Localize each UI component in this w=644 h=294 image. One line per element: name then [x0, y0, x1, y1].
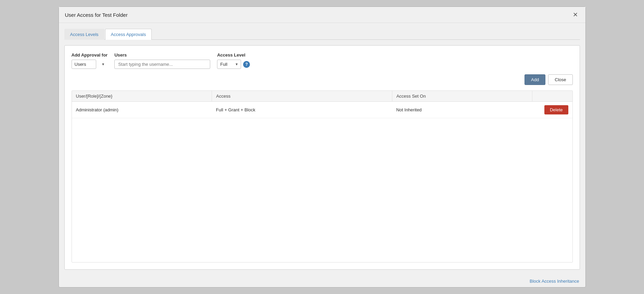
tabs-bar: Access Levels Access Approvals — [64, 28, 580, 40]
user-access-dialog: User Access for Test Folder ✕ Access Lev… — [59, 7, 586, 287]
username-input[interactable] — [114, 60, 210, 69]
delete-button[interactable]: Delete — [544, 105, 568, 114]
cell-set-on: Not Inherited — [392, 102, 532, 118]
tab-access-approvals[interactable]: Access Approvals — [105, 29, 152, 40]
col-header-set-on: Access Set On — [392, 91, 532, 102]
access-level-row: Full Read Write Deny ▼ ? — [217, 60, 250, 69]
close-button[interactable]: Close — [548, 74, 572, 85]
tab-access-levels[interactable]: Access Levels — [64, 29, 104, 40]
col-header-actions — [532, 91, 572, 102]
access-level-label: Access Level — [217, 52, 250, 58]
col-header-user: User/[Role]/{Zone} — [72, 91, 212, 102]
cell-actions: Delete — [532, 102, 572, 118]
table-row: Administrator (admin) Full + Grant + Blo… — [72, 102, 572, 118]
form-row: Add Approval for Users Role Zone ▼ Users — [72, 52, 573, 69]
help-icon[interactable]: ? — [243, 61, 250, 68]
table-header-row: User/[Role]/{Zone} Access Access Set On — [72, 91, 572, 102]
dialog-title: User Access for Test Folder — [65, 12, 128, 18]
access-table-wrapper: User/[Role]/{Zone} Access Access Set On … — [72, 90, 573, 262]
cell-user: Administrator (admin) — [72, 102, 212, 118]
access-level-select[interactable]: Full Read Write Deny — [217, 60, 241, 69]
dialog-body: Access Levels Access Approvals Add Appro… — [59, 23, 585, 275]
add-button[interactable]: Add — [525, 74, 545, 85]
users-label: Users — [114, 52, 210, 58]
users-input-group: Users — [114, 52, 210, 69]
access-level-select-wrapper: Full Read Write Deny ▼ — [217, 60, 241, 69]
access-table: User/[Role]/{Zone} Access Access Set On … — [72, 91, 572, 118]
approval-type-select-wrapper: Users Role Zone ▼ — [72, 60, 108, 69]
approval-type-group: Add Approval for Users Role Zone ▼ — [72, 52, 108, 69]
button-row: Add Close — [72, 74, 573, 85]
dialog-title-bar: User Access for Test Folder ✕ — [59, 7, 585, 23]
approval-type-select[interactable]: Users Role Zone — [72, 60, 96, 69]
col-header-access: Access — [212, 91, 392, 102]
dialog-footer: Block Access Inheritance — [59, 275, 585, 287]
dialog-close-button[interactable]: ✕ — [571, 12, 579, 18]
cell-access: Full + Grant + Block — [212, 102, 392, 118]
access-level-group: Access Level Full Read Write Deny ▼ ? — [217, 52, 250, 69]
block-inheritance-link[interactable]: Block Access Inheritance — [530, 279, 579, 284]
content-panel: Add Approval for Users Role Zone ▼ Users — [64, 45, 580, 270]
approval-type-chevron-icon: ▼ — [101, 62, 105, 66]
approval-type-label: Add Approval for — [72, 52, 108, 58]
